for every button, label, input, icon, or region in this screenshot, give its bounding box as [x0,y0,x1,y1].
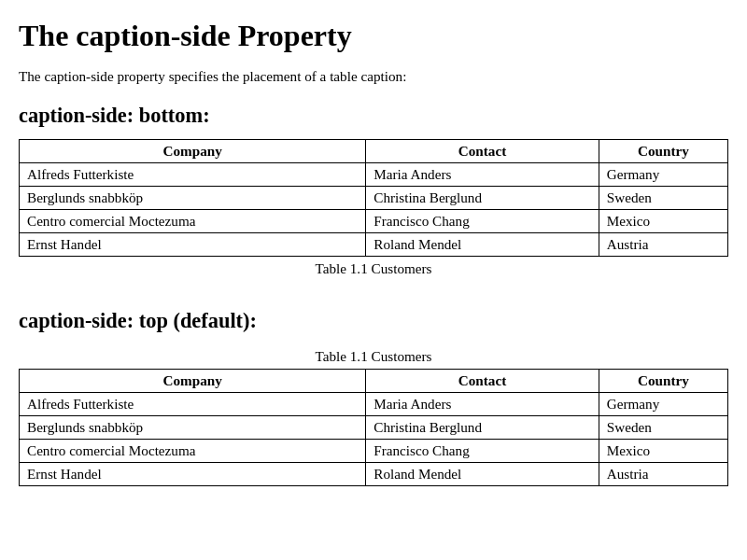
section1-header-row: Company Contact Country [20,140,728,163]
table-cell: Alfreds Futterkiste [20,163,366,187]
section2-table-wrapper: Table 1.1 Customers Company Contact Coun… [19,344,728,486]
section2-col-country: Country [599,370,727,393]
table-cell: Christina Berglund [366,416,599,440]
table-cell: Christina Berglund [366,187,599,210]
page-title: The caption-side Property [19,19,728,53]
table-row: Centro comercial MoctezumaFrancisco Chan… [20,440,728,463]
section-caption-top: caption-side: top (default): Table 1.1 C… [19,309,728,486]
table-cell: Germany [599,393,727,416]
table-row: Alfreds FutterkisteMaria AndersGermany [20,393,728,416]
table-cell: Maria Anders [366,393,599,416]
section1-heading: caption-side: bottom: [19,104,728,128]
section2-table: Company Contact Country Alfreds Futterki… [19,369,728,486]
table-cell: Alfreds Futterkiste [20,393,366,416]
section1-caption: Table 1.1 Customers [19,260,728,277]
table-cell: Francisco Chang [366,210,599,233]
table-cell: Austria [599,463,727,486]
section2-col-contact: Contact [366,370,599,393]
table-row: Berglunds snabbköpChristina BerglundSwed… [20,416,728,440]
page-description: The caption-side property specifies the … [19,68,728,85]
section2-caption: Table 1.1 Customers [19,348,728,365]
table-row: Ernst HandelRoland MendelAustria [20,233,728,257]
table-cell: Berglunds snabbköp [20,416,366,440]
table-cell: Sweden [599,416,727,440]
table-row: Centro comercial MoctezumaFrancisco Chan… [20,210,728,233]
table-cell: Germany [599,163,727,187]
table-cell: Berglunds snabbköp [20,187,366,210]
table-cell: Mexico [599,210,727,233]
section1-table-wrapper: Company Contact Country Alfreds Futterki… [19,139,728,281]
section-caption-bottom: caption-side: bottom: Company Contact Co… [19,104,728,281]
table-cell: Sweden [599,187,727,210]
table-row: Berglunds snabbköpChristina BerglundSwed… [20,187,728,210]
table-cell: Roland Mendel [366,233,599,257]
section2-heading: caption-side: top (default): [19,309,728,333]
section1-col-company: Company [20,140,366,163]
section1-table: Company Contact Country Alfreds Futterki… [19,139,728,257]
table-cell: Maria Anders [366,163,599,187]
section2-header-row: Company Contact Country [20,370,728,393]
table-cell: Centro comercial Moctezuma [20,210,366,233]
table-cell: Austria [599,233,727,257]
table-cell: Ernst Handel [20,233,366,257]
section2-col-company: Company [20,370,366,393]
section1-col-country: Country [599,140,727,163]
table-cell: Roland Mendel [366,463,599,486]
section1-col-contact: Contact [366,140,599,163]
table-row: Alfreds FutterkisteMaria AndersGermany [20,163,728,187]
table-cell: Mexico [599,440,727,463]
table-cell: Centro comercial Moctezuma [20,440,366,463]
table-cell: Francisco Chang [366,440,599,463]
table-row: Ernst HandelRoland MendelAustria [20,463,728,486]
table-cell: Ernst Handel [20,463,366,486]
